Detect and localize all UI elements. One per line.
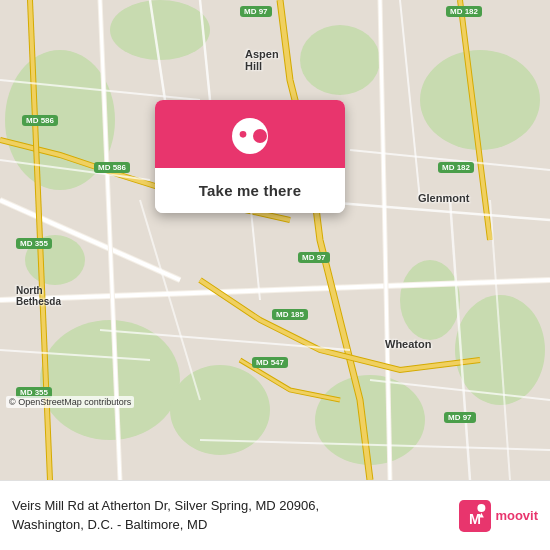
badge-md185: MD 185 — [272, 309, 308, 320]
label-aspen-hill: AspenHill — [245, 48, 279, 72]
bottom-bar-text: Veirs Mill Rd at Atherton Dr, Silver Spr… — [12, 497, 459, 533]
badge-md355-left: MD 355 — [16, 238, 52, 249]
badge-md182-right: MD 182 — [438, 162, 474, 173]
svg-text:M: M — [469, 510, 481, 526]
svg-point-37 — [240, 131, 247, 138]
map-container: AspenHill Glenmont NorthBethesda Wheaton… — [0, 0, 550, 480]
label-north-bethesda: NorthBethesda — [16, 285, 61, 307]
moovit-label: moovit — [495, 508, 538, 523]
label-glenmont: Glenmont — [418, 192, 469, 204]
popup-pin-area — [155, 100, 345, 168]
badge-md547: MD 547 — [252, 357, 288, 368]
badge-md97-mid: MD 97 — [298, 252, 330, 263]
badge-md586-mid: MD 586 — [94, 162, 130, 173]
location-name: Veirs Mill Rd at Atherton Dr, Silver Spr… — [12, 497, 459, 533]
badge-md586-left: MD 586 — [22, 115, 58, 126]
svg-point-2 — [40, 320, 180, 440]
moovit-logo: M moovit — [459, 500, 538, 532]
svg-point-5 — [400, 260, 460, 340]
moovit-icon-svg: M — [459, 500, 491, 532]
badge-md182-top: MD 182 — [446, 6, 482, 17]
svg-point-40 — [478, 504, 486, 512]
take-me-there-button[interactable]: Take me there — [155, 168, 345, 213]
svg-point-4 — [420, 50, 540, 150]
badge-md97-bot: MD 97 — [444, 412, 476, 423]
badge-md97-top: MD 97 — [240, 6, 272, 17]
map-svg — [0, 0, 550, 480]
svg-point-6 — [300, 25, 380, 95]
svg-point-7 — [110, 0, 210, 60]
osm-attribution: © OpenStreetMap contributors — [6, 396, 134, 408]
location-pin-icon — [232, 118, 268, 154]
svg-point-9 — [315, 375, 425, 465]
map-popup: Take me there — [155, 100, 345, 213]
bottom-bar: Veirs Mill Rd at Atherton Dr, Silver Spr… — [0, 480, 550, 550]
label-wheaton: Wheaton — [385, 338, 431, 350]
